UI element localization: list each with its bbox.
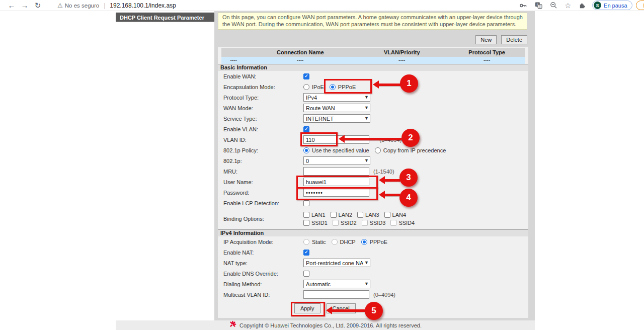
connections-table: Connection Name VLAN/Priority Protocol T… [221,48,525,64]
service-type-select[interactable]: INTERNET ▼ [303,114,370,123]
binding-options-label: Binding Options: [218,216,303,222]
use-specified-value-radio[interactable] [303,147,309,153]
nat-type-value: Port-restricted cone NAT [306,260,363,266]
ipoe-radio[interactable] [303,84,309,90]
table-row[interactable]: ---- ---- ---- ---- [221,57,525,64]
row-enable-vlan: Enable VLAN: [218,124,528,134]
ssid4-label: SSID4 [398,220,415,226]
pppoe-radio[interactable] [330,84,336,90]
nav-sidebar: DHCP Client Request Parameter [116,11,214,320]
use-specified-value-label: Use the specified value [312,147,369,153]
header-vlan-priority: VLAN/Priority [355,48,449,57]
lcp-detection-checkbox[interactable] [303,200,309,206]
apply-button[interactable]: Apply [294,303,320,313]
cell-select: ---- [221,57,246,64]
zoom-out-icon[interactable] [550,2,557,9]
8021p-select[interactable]: 0 ▼ [303,156,370,165]
pppoe-radio-label: PPPoE [338,84,356,90]
lan2-label: LAN2 [339,212,353,218]
dropdown-caret-icon: ▼ [364,116,369,121]
ssid1-checkbox[interactable] [303,220,309,226]
ssid3-checkbox [362,220,368,226]
enable-vlan-checkbox[interactable] [303,126,309,132]
wan-mode-value: Route WAN [306,105,335,111]
cancel-button[interactable]: Cancel [327,303,356,313]
delete-button[interactable]: Delete [501,35,527,44]
multicast-vlan-id-label: Multicast VLAN ID: [218,292,303,298]
back-icon[interactable]: ← [5,0,18,11]
row-service-type: Service Type: INTERNET ▼ [218,113,528,124]
row-user-name: User Name: [218,177,528,187]
mru-input[interactable] [303,167,369,176]
ssid4-checkbox [390,220,396,226]
row-protocol-type: Protocol Type: IPv4 ▼ [218,92,528,103]
copy-ip-precedence-radio[interactable] [375,147,381,153]
enable-wan-label: Enable WAN: [218,73,303,79]
mru-hint: (1-1540) [373,169,394,175]
forward-icon[interactable]: → [18,0,31,11]
reload-icon[interactable]: ↻ [31,0,44,11]
extensions-puzzle-icon[interactable] [579,2,586,9]
lan3-checkbox[interactable] [357,212,363,218]
row-binding-options: Binding Options: LAN1 LAN2 LAN3 LAN4 SSI… [218,208,528,229]
lan4-checkbox[interactable] [384,212,390,218]
table-toolbar: New Delete [475,35,527,44]
browser-profile-chip[interactable]: S En pausa [592,1,632,10]
lan3-label: LAN3 [365,212,379,218]
nat-type-select[interactable]: Port-restricted cone NAT ▼ [303,259,370,267]
row-8021p: 802.1p: 0 ▼ [218,155,528,166]
not-secure-warning-icon[interactable]: ⚠ [57,2,63,9]
lan2-checkbox[interactable] [331,212,337,218]
cell-connection-name: ---- [246,57,355,64]
protocol-type-label: Protocol Type: [218,95,303,101]
enable-nat-checkbox[interactable] [303,250,309,256]
password-key-icon[interactable] [519,2,527,10]
service-type-label: Service Type: [218,116,303,122]
translate-icon[interactable]: a文 [535,2,542,9]
bookmark-star-icon[interactable]: ☆ [565,0,572,11]
ipoe-radio-label: IPoE [312,84,324,90]
user-name-label: User Name: [218,179,303,185]
browser-error-chip[interactable]: Error [636,1,644,10]
wan-mode-select[interactable]: Route WAN ▼ [303,104,370,112]
row-wan-mode: WAN Mode: Route WAN ▼ [218,103,528,113]
enable-wan-checkbox[interactable] [303,73,309,79]
section-ipv4-information: IPv4 Information [218,229,528,236]
service-type-value: INTERNET [306,116,334,122]
header-select-col [221,48,246,57]
vlan-id-input[interactable] [303,135,369,144]
ssid1-label: SSID1 [311,220,328,226]
protocol-type-select[interactable]: IPv4 ▼ [303,93,370,102]
ipv4-pppoe-radio-label: PPPoE [370,239,387,245]
wan-config-panel: On this page, you can configure WAN port… [214,11,535,320]
page-description: On this page, you can configure WAN port… [218,13,527,30]
profile-sync-status: En pausa [604,3,627,9]
row-enable-wan: Enable WAN: [218,71,528,81]
security-label[interactable]: No es seguro [65,3,99,9]
enable-vlan-label: Enable VLAN: [218,126,303,132]
user-name-input[interactable] [303,178,369,186]
vlan-id-label: VLAN ID: [218,137,303,143]
8021p-policy-label: 802.1p Policy: [218,147,303,153]
dropdown-caret-icon: ▼ [364,158,369,163]
address-bar-url[interactable]: 192.168.100.1/index.asp [110,2,176,9]
header-connection-name: Connection Name [246,48,355,57]
dropdown-caret-icon: ▼ [364,281,369,286]
dns-override-checkbox[interactable] [303,271,309,277]
password-input[interactable] [303,188,369,197]
svg-text:文: 文 [538,5,541,8]
dialing-method-select[interactable]: Automatic ▼ [303,280,370,288]
cell-vlan-priority: ---- [355,57,449,64]
protocol-type-value: IPv4 [306,95,317,101]
copyright-text: Copyright © Huawei Technologies Co., Ltd… [239,322,422,328]
new-button[interactable]: New [475,35,497,44]
sidebar-item-dhcp-client-request-parameter[interactable]: DHCP Client Request Parameter [116,13,214,22]
multicast-vlan-id-input[interactable] [303,290,369,299]
ipv4-pppoe-radio[interactable] [361,239,367,245]
password-label: Password: [218,190,303,196]
dhcp-radio [332,239,338,245]
static-radio-label: Static [312,239,326,245]
row-mru: MRU: (1-1540) [218,166,528,177]
lan1-checkbox[interactable] [303,212,309,218]
connections-table-header: Connection Name VLAN/Priority Protocol T… [221,48,525,57]
